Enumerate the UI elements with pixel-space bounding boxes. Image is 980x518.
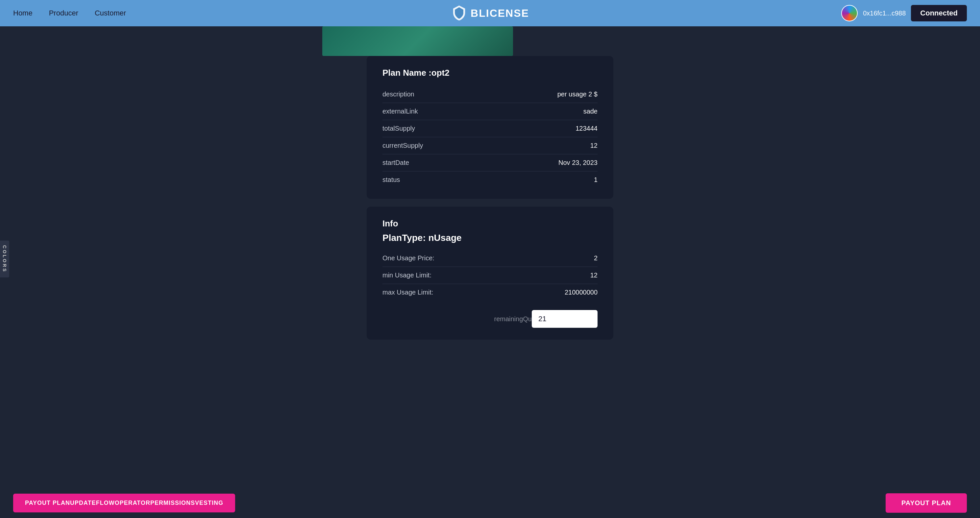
row-label-totalsupply: totalSupply xyxy=(382,125,415,132)
row-value-externallink: sade xyxy=(583,108,598,115)
bottom-bar: PAYOUT PLANUPDATEFLOWOPERATORPERMISSIONS… xyxy=(0,488,980,518)
row-label-currentsupply: currentSupply xyxy=(382,142,423,150)
row-label-startdate: startDate xyxy=(382,159,409,167)
wallet-address: 0x16fc1...c988 xyxy=(863,10,906,17)
row-value-one-usage-price: 2 xyxy=(594,254,598,262)
row-label-min-usage: min Usage Limit: xyxy=(382,271,431,279)
table-row: description per usage 2 $ xyxy=(382,87,598,101)
row-value-startdate: Nov 23, 2023 xyxy=(558,159,598,167)
payout-plan-update-flow-button[interactable]: PAYOUT PLANUPDATEFLOWOPERATORPERMISSIONS… xyxy=(13,494,235,512)
nav-right: 0x16fc1...c988 Connected xyxy=(841,5,967,21)
info-card: Info PlanType: nUsage One Usage Price: 2… xyxy=(367,207,613,339)
nav-customer[interactable]: Customer xyxy=(95,9,126,18)
table-row: startDate Nov 23, 2023 xyxy=(382,156,598,170)
avatar xyxy=(841,5,858,21)
nav-links: Home Producer Customer xyxy=(13,9,126,18)
row-value-currentsupply: 12 xyxy=(590,142,598,150)
row-value-min-usage: 12 xyxy=(590,271,598,279)
colors-sidebar: COLORS xyxy=(0,241,9,277)
row-value-status: 1 xyxy=(594,176,598,183)
table-row: currentSupply 12 xyxy=(382,139,598,153)
remaining-label: remainingQu xyxy=(494,315,532,323)
table-row: min Usage Limit: 12 xyxy=(382,268,598,282)
plan-card-title: Plan Name :opt2 xyxy=(382,68,598,78)
table-row: max Usage Limit: 210000000 xyxy=(382,285,598,300)
main-content: Plan Name :opt2 description per usage 2 … xyxy=(0,0,980,518)
row-label-description: description xyxy=(382,91,414,98)
table-row: externalLink sade xyxy=(382,104,598,118)
row-value-totalsupply: 123444 xyxy=(576,125,598,132)
shield-icon xyxy=(451,5,467,21)
nav-producer[interactable]: Producer xyxy=(49,9,78,18)
plan-type-title: PlanType: nUsage xyxy=(382,233,598,243)
connected-button[interactable]: Connected xyxy=(911,5,967,21)
row-label-max-usage: max Usage Limit: xyxy=(382,288,433,296)
payout-plan-button[interactable]: PAYOUT PLAN xyxy=(886,493,967,513)
nav-home[interactable]: Home xyxy=(13,9,33,18)
input-row: remainingQu xyxy=(382,310,598,328)
nav-logo: BLICENSE xyxy=(451,5,529,21)
row-label-externallink: externalLink xyxy=(382,108,418,115)
cards-container: Plan Name :opt2 description per usage 2 … xyxy=(0,56,980,379)
table-row: totalSupply 123444 xyxy=(382,121,598,135)
row-label-one-usage-price: One Usage Price: xyxy=(382,254,434,262)
row-value-max-usage: 210000000 xyxy=(565,288,598,296)
remaining-quantity-input[interactable] xyxy=(532,310,598,328)
table-row: One Usage Price: 2 xyxy=(382,251,598,265)
row-label-status: status xyxy=(382,176,400,183)
logo-text: BLICENSE xyxy=(471,7,529,19)
plan-card: Plan Name :opt2 description per usage 2 … xyxy=(367,56,613,199)
navbar: Home Producer Customer BLICENSE 0x16fc1.… xyxy=(0,0,980,26)
table-row: status 1 xyxy=(382,173,598,187)
info-section-title: Info xyxy=(382,218,598,229)
hero-image xyxy=(322,26,513,56)
row-value-description: per usage 2 $ xyxy=(557,91,598,98)
